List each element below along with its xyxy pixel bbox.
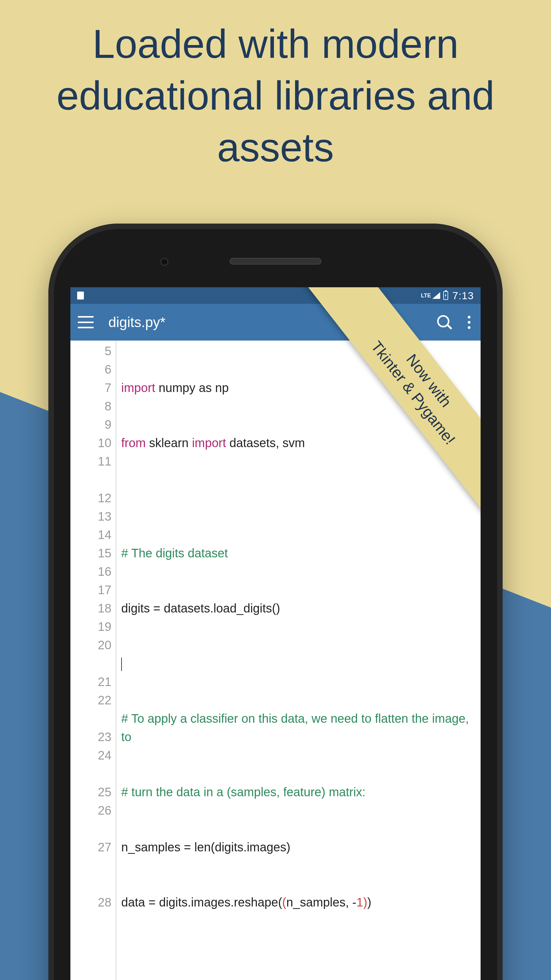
device-camera: [160, 258, 168, 266]
sdcard-icon: [77, 291, 84, 299]
menu-button[interactable]: [78, 316, 94, 328]
line-number-gutter: 5 6 7 8 9 10 11 12 13 14 15 16 17 18 19 …: [70, 340, 116, 980]
clock-time: 7:13: [453, 290, 474, 302]
device-speaker: [230, 258, 321, 265]
device-frame: LTE 7:13 digits.py* 5 6 7 8 9 10: [48, 224, 503, 980]
battery-charging-icon: [443, 291, 448, 300]
android-statusbar: LTE 7:13: [70, 287, 481, 304]
overflow-menu-button[interactable]: [465, 316, 473, 329]
search-button[interactable]: [437, 315, 451, 329]
text-cursor: [121, 657, 122, 671]
device-screen: LTE 7:13 digits.py* 5 6 7 8 9 10: [70, 287, 481, 980]
signal-icon: [432, 292, 440, 299]
promo-headline: Loaded with modern educational libraries…: [0, 18, 551, 173]
app-bar: digits.py*: [70, 304, 481, 340]
code-editor[interactable]: 5 6 7 8 9 10 11 12 13 14 15 16 17 18 19 …: [70, 340, 481, 980]
network-label: LTE: [421, 293, 431, 299]
